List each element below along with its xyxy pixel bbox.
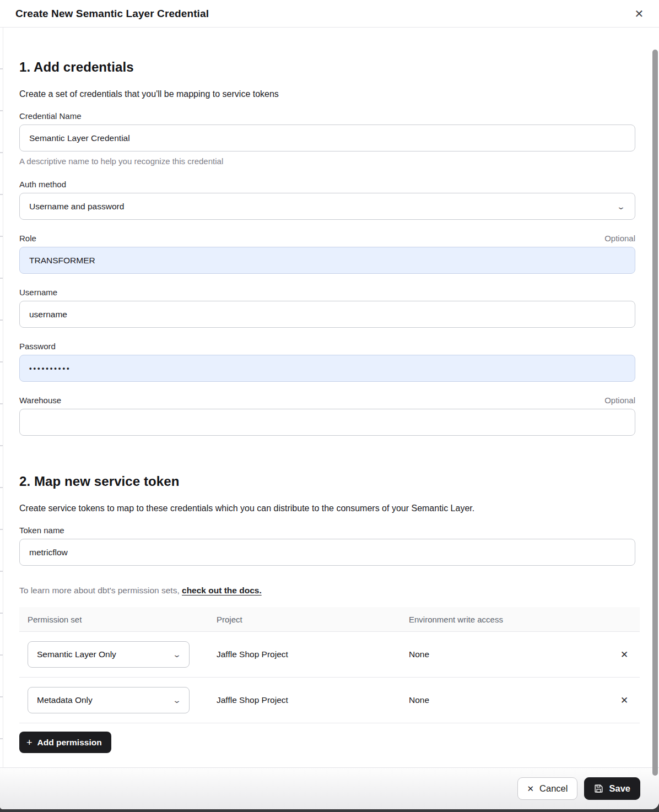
section-1-description: Create a set of credentials that you'll …	[19, 89, 635, 99]
password-label: Password	[19, 342, 56, 351]
username-input[interactable]	[19, 301, 635, 328]
docs-line-text: To learn more about dbt's permission set…	[19, 586, 182, 595]
table-row: Semantic Layer Only ⌄ Jaffle Shop Projec…	[19, 632, 640, 678]
token-name-input[interactable]	[19, 539, 635, 566]
cancel-x-icon: ✕	[527, 784, 534, 794]
env-write-access-cell: None	[401, 649, 607, 659]
modal-header: Create New Semantic Layer Credential ✕	[0, 0, 659, 28]
credential-name-helper: A descriptive name to help you recognize…	[19, 156, 635, 166]
scrollbar-thumb[interactable]	[652, 50, 658, 776]
column-header-project: Project	[208, 615, 401, 624]
chevron-down-icon: ⌄	[617, 203, 625, 210]
cancel-button-label: Cancel	[539, 783, 568, 794]
permissions-table-header: Permission set Project Environment write…	[19, 607, 640, 632]
role-input[interactable]	[19, 247, 635, 274]
credential-name-input[interactable]	[19, 124, 635, 151]
column-header-permission-set: Permission set	[19, 615, 208, 624]
add-permission-label: Add permission	[37, 738, 102, 748]
credential-name-label: Credential Name	[19, 111, 82, 121]
column-header-env-write-access: Environment write access	[401, 615, 607, 624]
docs-link[interactable]: check out the docs.	[182, 586, 262, 595]
modal-body: 1. Add credentials Create a set of crede…	[0, 28, 659, 767]
warehouse-input[interactable]	[19, 409, 635, 436]
project-cell: Jaffle Shop Project	[208, 695, 401, 705]
warehouse-label: Warehouse	[19, 396, 61, 405]
env-write-access-cell: None	[401, 695, 607, 705]
section-2-heading: 2. Map new service token	[19, 474, 635, 489]
chevron-down-icon: ⌄	[172, 651, 181, 658]
save-floppy-icon	[594, 784, 603, 793]
create-credential-modal: Create New Semantic Layer Credential ✕ 1…	[0, 0, 659, 809]
permission-set-selected-value: Semantic Layer Only	[37, 649, 116, 659]
username-label: Username	[19, 288, 57, 297]
project-cell: Jaffle Shop Project	[208, 649, 401, 659]
underlying-page-edge	[0, 28, 3, 767]
role-optional-tag: Optional	[604, 234, 635, 243]
auth-method-selected-value: Username and password	[29, 202, 124, 212]
modal-title: Create New Semantic Layer Credential	[15, 8, 631, 20]
plus-icon: +	[26, 738, 33, 748]
permission-set-selected-value: Metadata Only	[37, 695, 93, 705]
save-button-label: Save	[609, 783, 630, 794]
token-name-label: Token name	[19, 526, 64, 535]
permission-docs-line: To learn more about dbt's permission set…	[19, 586, 635, 596]
remove-permission-icon[interactable]: ✕	[615, 691, 634, 710]
password-input[interactable]	[19, 355, 635, 382]
role-label: Role	[19, 234, 36, 243]
permission-set-select[interactable]: Semantic Layer Only ⌄	[28, 641, 190, 668]
modal-footer: ✕ Cancel Save	[0, 767, 659, 809]
remove-permission-icon[interactable]: ✕	[615, 645, 634, 664]
save-button[interactable]: Save	[584, 777, 640, 800]
table-row: Metadata Only ⌄ Jaffle Shop Project None…	[19, 678, 640, 723]
add-permission-button[interactable]: + Add permission	[19, 732, 111, 753]
auth-method-label: Auth method	[19, 180, 66, 189]
permission-set-select[interactable]: Metadata Only ⌄	[28, 687, 190, 713]
chevron-down-icon: ⌄	[172, 696, 181, 704]
permissions-table: Permission set Project Environment write…	[19, 607, 640, 723]
auth-method-select[interactable]: Username and password ⌄	[19, 193, 635, 220]
warehouse-optional-tag: Optional	[604, 396, 635, 405]
cancel-button[interactable]: ✕ Cancel	[517, 777, 578, 800]
section-2-description: Create service tokens to map to these cr…	[19, 504, 635, 513]
section-1-heading: 1. Add credentials	[19, 59, 635, 75]
close-icon[interactable]: ✕	[631, 6, 647, 21]
